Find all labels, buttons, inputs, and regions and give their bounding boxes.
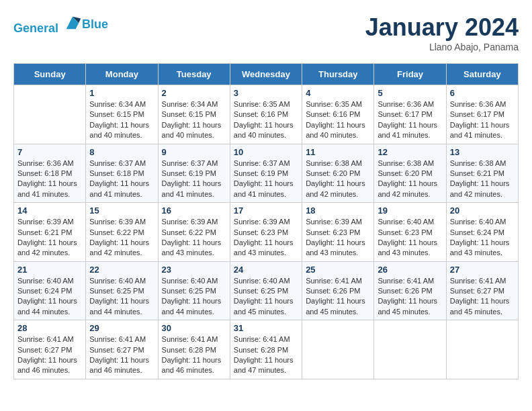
day-info: Sunrise: 6:41 AMSunset: 6:26 PMDaylight:…	[306, 276, 370, 318]
day-info: Sunrise: 6:38 AMSunset: 6:21 PMDaylight:…	[450, 158, 515, 200]
day-info: Sunrise: 6:36 AMSunset: 6:18 PMDaylight:…	[17, 158, 82, 200]
day-info: Sunrise: 6:34 AMSunset: 6:15 PMDaylight:…	[89, 99, 154, 141]
week-row-2: 7Sunrise: 6:36 AMSunset: 6:18 PMDaylight…	[14, 144, 519, 203]
day-number: 16	[162, 205, 226, 216]
day-info: Sunrise: 6:37 AMSunset: 6:18 PMDaylight:…	[89, 158, 154, 200]
day-number: 5	[378, 88, 442, 98]
day-header-wednesday: Wednesday	[230, 64, 302, 85]
day-number: 14	[17, 205, 82, 216]
day-info: Sunrise: 6:41 AMSunset: 6:28 PMDaylight:…	[234, 334, 298, 376]
page-header: General Blue January 2024 Llano Abajo, P…	[13, 13, 519, 52]
day-number: 1	[89, 88, 154, 98]
calendar-cell: 19Sunrise: 6:40 AMSunset: 6:23 PMDayligh…	[374, 203, 446, 262]
calendar-cell: 18Sunrise: 6:39 AMSunset: 6:23 PMDayligh…	[302, 203, 374, 262]
calendar-cell: 29Sunrise: 6:41 AMSunset: 6:27 PMDayligh…	[86, 320, 158, 379]
day-info: Sunrise: 6:39 AMSunset: 6:22 PMDaylight:…	[89, 217, 154, 259]
day-info: Sunrise: 6:40 AMSunset: 6:23 PMDaylight:…	[378, 217, 442, 259]
day-info: Sunrise: 6:38 AMSunset: 6:20 PMDaylight:…	[378, 158, 442, 200]
calendar-cell: 10Sunrise: 6:37 AMSunset: 6:19 PMDayligh…	[230, 144, 302, 203]
day-info: Sunrise: 6:36 AMSunset: 6:17 PMDaylight:…	[450, 99, 515, 141]
title-block: January 2024 Llano Abajo, Panama	[365, 13, 519, 52]
day-header-thursday: Thursday	[302, 64, 374, 85]
day-info: Sunrise: 6:40 AMSunset: 6:24 PMDaylight:…	[450, 217, 515, 259]
calendar-cell: 30Sunrise: 6:41 AMSunset: 6:28 PMDayligh…	[158, 320, 230, 379]
calendar-cell: 4Sunrise: 6:35 AMSunset: 6:16 PMDaylight…	[302, 85, 374, 144]
calendar-cell: 14Sunrise: 6:39 AMSunset: 6:21 PMDayligh…	[14, 203, 86, 262]
day-number: 20	[450, 205, 515, 216]
day-number: 21	[17, 265, 82, 275]
logo-icon	[63, 13, 82, 32]
day-number: 22	[89, 265, 154, 275]
day-number: 31	[234, 323, 298, 333]
day-number: 4	[306, 88, 370, 98]
calendar-cell	[374, 320, 446, 379]
day-info: Sunrise: 6:41 AMSunset: 6:27 PMDaylight:…	[450, 276, 515, 318]
calendar-cell: 22Sunrise: 6:40 AMSunset: 6:25 PMDayligh…	[86, 261, 158, 320]
week-row-5: 28Sunrise: 6:41 AMSunset: 6:27 PMDayligh…	[14, 320, 519, 379]
logo-text: General	[13, 13, 82, 36]
day-header-saturday: Saturday	[446, 64, 518, 85]
day-number: 9	[162, 147, 226, 157]
day-info: Sunrise: 6:40 AMSunset: 6:25 PMDaylight:…	[89, 276, 154, 318]
day-info: Sunrise: 6:39 AMSunset: 6:22 PMDaylight:…	[162, 217, 226, 259]
day-info: Sunrise: 6:39 AMSunset: 6:23 PMDaylight:…	[306, 217, 370, 259]
day-header-tuesday: Tuesday	[158, 64, 230, 85]
calendar-cell: 11Sunrise: 6:38 AMSunset: 6:20 PMDayligh…	[302, 144, 374, 203]
calendar-cell: 13Sunrise: 6:38 AMSunset: 6:21 PMDayligh…	[446, 144, 518, 203]
day-info: Sunrise: 6:37 AMSunset: 6:19 PMDaylight:…	[162, 158, 226, 200]
day-number: 13	[450, 147, 515, 157]
calendar-cell: 17Sunrise: 6:39 AMSunset: 6:23 PMDayligh…	[230, 203, 302, 262]
day-number: 3	[234, 88, 298, 98]
day-info: Sunrise: 6:39 AMSunset: 6:23 PMDaylight:…	[234, 217, 298, 259]
calendar-cell: 9Sunrise: 6:37 AMSunset: 6:19 PMDaylight…	[158, 144, 230, 203]
day-info: Sunrise: 6:41 AMSunset: 6:26 PMDaylight:…	[378, 276, 442, 318]
day-info: Sunrise: 6:35 AMSunset: 6:16 PMDaylight:…	[306, 99, 370, 141]
day-number: 19	[378, 205, 442, 216]
day-info: Sunrise: 6:34 AMSunset: 6:15 PMDaylight:…	[162, 99, 226, 141]
calendar-cell: 25Sunrise: 6:41 AMSunset: 6:26 PMDayligh…	[302, 261, 374, 320]
day-number: 2	[162, 88, 226, 98]
day-header-friday: Friday	[374, 64, 446, 85]
calendar-cell: 27Sunrise: 6:41 AMSunset: 6:27 PMDayligh…	[446, 261, 518, 320]
calendar-cell	[14, 85, 86, 144]
calendar-cell: 26Sunrise: 6:41 AMSunset: 6:26 PMDayligh…	[374, 261, 446, 320]
location: Llano Abajo, Panama	[365, 42, 519, 52]
day-info: Sunrise: 6:41 AMSunset: 6:27 PMDaylight:…	[89, 334, 154, 376]
calendar-cell: 31Sunrise: 6:41 AMSunset: 6:28 PMDayligh…	[230, 320, 302, 379]
calendar-cell: 8Sunrise: 6:37 AMSunset: 6:18 PMDaylight…	[86, 144, 158, 203]
day-info: Sunrise: 6:40 AMSunset: 6:25 PMDaylight:…	[234, 276, 298, 318]
day-header-monday: Monday	[86, 64, 158, 85]
day-number: 11	[306, 147, 370, 157]
day-info: Sunrise: 6:41 AMSunset: 6:28 PMDaylight:…	[162, 334, 226, 376]
calendar-cell: 12Sunrise: 6:38 AMSunset: 6:20 PMDayligh…	[374, 144, 446, 203]
day-info: Sunrise: 6:41 AMSunset: 6:27 PMDaylight:…	[17, 334, 82, 376]
day-number: 8	[89, 147, 154, 157]
calendar-cell: 3Sunrise: 6:35 AMSunset: 6:16 PMDaylight…	[230, 85, 302, 144]
logo: General Blue	[13, 13, 108, 36]
day-info: Sunrise: 6:35 AMSunset: 6:16 PMDaylight:…	[234, 99, 298, 141]
calendar-cell: 20Sunrise: 6:40 AMSunset: 6:24 PMDayligh…	[446, 203, 518, 262]
calendar-cell: 2Sunrise: 6:34 AMSunset: 6:15 PMDaylight…	[158, 85, 230, 144]
calendar-cell: 28Sunrise: 6:41 AMSunset: 6:27 PMDayligh…	[14, 320, 86, 379]
calendar-cell: 15Sunrise: 6:39 AMSunset: 6:22 PMDayligh…	[86, 203, 158, 262]
day-info: Sunrise: 6:40 AMSunset: 6:25 PMDaylight:…	[162, 276, 226, 318]
day-number: 18	[306, 205, 370, 216]
day-number: 30	[162, 323, 226, 333]
day-info: Sunrise: 6:36 AMSunset: 6:17 PMDaylight:…	[378, 99, 442, 141]
days-header-row: SundayMondayTuesdayWednesdayThursdayFrid…	[14, 64, 519, 85]
day-number: 6	[450, 88, 515, 98]
day-info: Sunrise: 6:37 AMSunset: 6:19 PMDaylight:…	[234, 158, 298, 200]
calendar-cell: 5Sunrise: 6:36 AMSunset: 6:17 PMDaylight…	[374, 85, 446, 144]
day-number: 7	[17, 147, 82, 157]
day-number: 10	[234, 147, 298, 157]
day-number: 23	[162, 265, 226, 275]
calendar-cell: 7Sunrise: 6:36 AMSunset: 6:18 PMDaylight…	[14, 144, 86, 203]
day-info: Sunrise: 6:39 AMSunset: 6:21 PMDaylight:…	[17, 217, 82, 259]
calendar-cell: 1Sunrise: 6:34 AMSunset: 6:15 PMDaylight…	[86, 85, 158, 144]
day-number: 17	[234, 205, 298, 216]
week-row-4: 21Sunrise: 6:40 AMSunset: 6:24 PMDayligh…	[14, 261, 519, 320]
calendar-cell: 16Sunrise: 6:39 AMSunset: 6:22 PMDayligh…	[158, 203, 230, 262]
week-row-3: 14Sunrise: 6:39 AMSunset: 6:21 PMDayligh…	[14, 203, 519, 262]
day-number: 27	[450, 265, 515, 275]
day-number: 26	[378, 265, 442, 275]
